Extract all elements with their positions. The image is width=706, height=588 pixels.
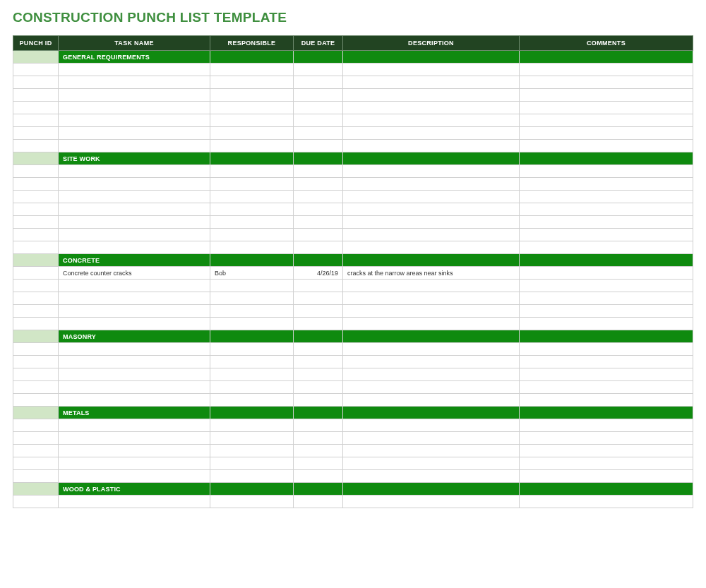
cell-task[interactable] [59,368,210,381]
cell-responsible[interactable] [210,191,294,203]
cell-punch_id[interactable] [13,292,59,305]
cell-responsible[interactable] [210,496,294,508]
cell-punch_id[interactable] [13,445,59,457]
cell-comments[interactable] [520,64,693,76]
cell-responsible[interactable] [210,114,294,127]
cell-comments[interactable] [520,178,693,191]
cell-comments[interactable] [520,229,693,241]
cell-task[interactable] [59,343,210,356]
cell-task[interactable] [59,241,210,254]
cell-comments[interactable] [520,280,693,292]
cell-due[interactable] [294,470,343,483]
cell-comments[interactable] [520,140,693,152]
cell-due[interactable] [294,292,343,305]
cell-task[interactable] [59,292,210,305]
cell-responsible[interactable] [210,89,294,102]
cell-comments[interactable] [520,318,693,330]
cell-due[interactable] [294,229,343,241]
cell-comments[interactable] [520,76,693,89]
cell-due[interactable] [294,178,343,191]
cell-punch_id[interactable] [13,432,59,445]
cell-desc[interactable] [343,318,520,330]
cell-punch_id[interactable] [13,216,59,229]
cell-due[interactable]: 4/26/19 [294,267,343,280]
cell-task[interactable] [59,89,210,102]
cell-responsible[interactable] [210,445,294,457]
cell-due[interactable] [294,381,343,394]
cell-due[interactable] [294,318,343,330]
cell-due[interactable] [294,102,343,114]
cell-comments[interactable] [520,102,693,114]
cell-comments[interactable] [520,292,693,305]
cell-responsible[interactable] [210,432,294,445]
cell-desc[interactable]: cracks at the narrow areas near sinks [343,267,520,280]
cell-task[interactable] [59,203,210,216]
cell-punch_id[interactable] [13,381,59,394]
cell-desc[interactable] [343,114,520,127]
cell-punch_id[interactable] [13,178,59,191]
cell-desc[interactable] [343,127,520,140]
cell-task[interactable] [59,178,210,191]
cell-task[interactable] [59,165,210,178]
cell-due[interactable] [294,165,343,178]
cell-comments[interactable] [520,216,693,229]
cell-punch_id[interactable] [13,140,59,152]
cell-punch_id[interactable] [13,64,59,76]
cell-task[interactable] [59,432,210,445]
section-blank-cell[interactable] [13,330,59,343]
cell-desc[interactable] [343,102,520,114]
cell-responsible[interactable] [210,356,294,368]
cell-punch_id[interactable] [13,229,59,241]
cell-responsible[interactable] [210,368,294,381]
cell-comments[interactable] [520,496,693,508]
cell-desc[interactable] [343,343,520,356]
cell-due[interactable] [294,368,343,381]
cell-punch_id[interactable] [13,496,59,508]
cell-responsible[interactable] [210,457,294,470]
cell-due[interactable] [294,89,343,102]
cell-desc[interactable] [343,216,520,229]
cell-desc[interactable] [343,203,520,216]
cell-due[interactable] [294,140,343,152]
cell-desc[interactable] [343,165,520,178]
cell-punch_id[interactable] [13,267,59,280]
cell-comments[interactable] [520,165,693,178]
cell-desc[interactable] [343,229,520,241]
cell-due[interactable] [294,76,343,89]
cell-punch_id[interactable] [13,343,59,356]
cell-task[interactable] [59,470,210,483]
cell-task[interactable] [59,191,210,203]
cell-due[interactable] [294,203,343,216]
cell-task[interactable] [59,318,210,330]
cell-responsible[interactable] [210,76,294,89]
cell-comments[interactable] [520,432,693,445]
cell-responsible[interactable] [210,229,294,241]
section-blank-cell[interactable] [13,407,59,419]
cell-comments[interactable] [520,445,693,457]
cell-desc[interactable] [343,89,520,102]
section-blank-cell[interactable] [13,483,59,496]
cell-responsible[interactable] [210,140,294,152]
cell-responsible[interactable] [210,165,294,178]
cell-due[interactable] [294,445,343,457]
cell-comments[interactable] [520,305,693,318]
cell-task[interactable] [59,305,210,318]
cell-comments[interactable] [520,419,693,432]
cell-task[interactable] [59,216,210,229]
cell-task[interactable] [59,457,210,470]
cell-responsible[interactable] [210,64,294,76]
cell-desc[interactable] [343,381,520,394]
cell-task[interactable] [59,76,210,89]
cell-desc[interactable] [343,178,520,191]
cell-task[interactable] [59,356,210,368]
cell-punch_id[interactable] [13,318,59,330]
cell-punch_id[interactable] [13,191,59,203]
section-blank-cell[interactable] [13,152,59,165]
cell-due[interactable] [294,457,343,470]
cell-due[interactable] [294,394,343,407]
cell-punch_id[interactable] [13,102,59,114]
cell-punch_id[interactable] [13,165,59,178]
cell-comments[interactable] [520,89,693,102]
cell-desc[interactable] [343,76,520,89]
cell-punch_id[interactable] [13,114,59,127]
